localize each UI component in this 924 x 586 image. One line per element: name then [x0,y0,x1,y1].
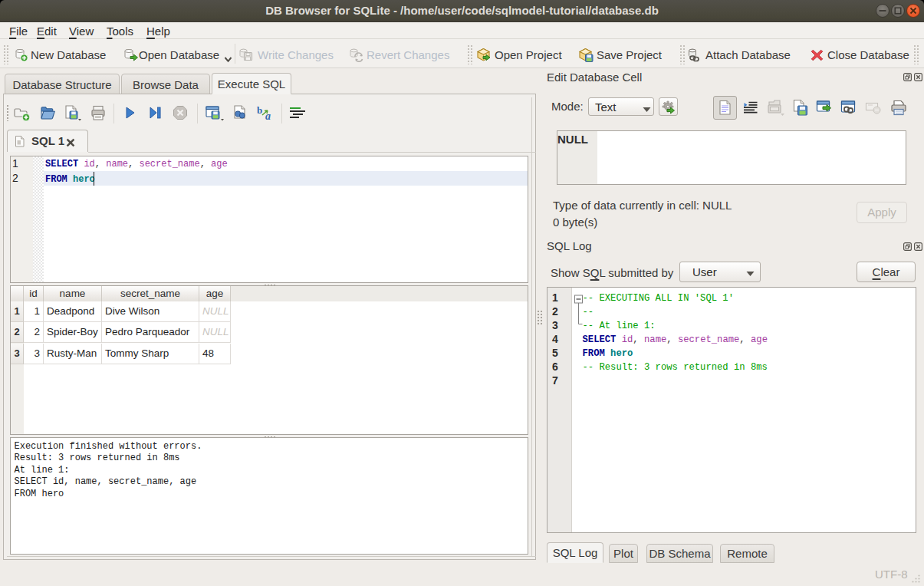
svg-text:b: b [257,104,262,116]
